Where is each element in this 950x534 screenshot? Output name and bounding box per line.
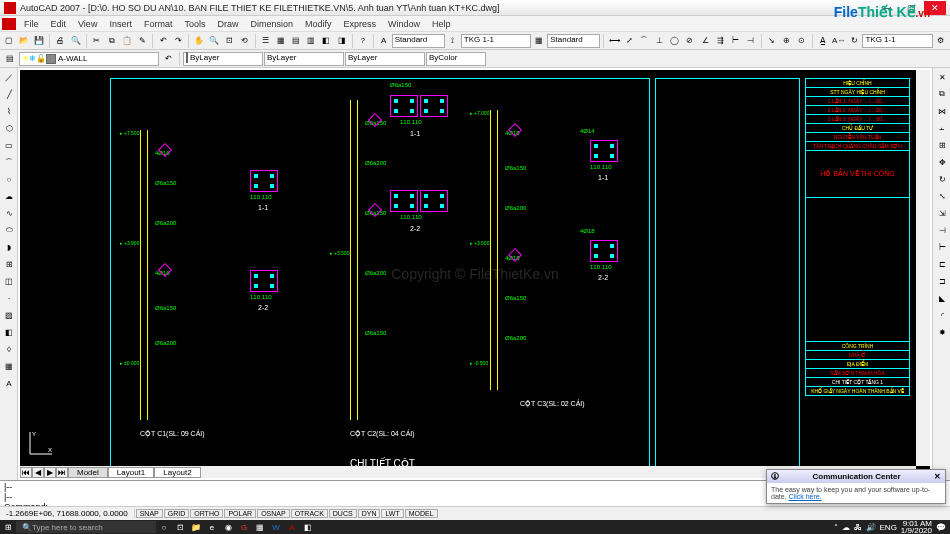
markup-button[interactable]: ◧ [319, 33, 333, 49]
grid-toggle[interactable]: GRID [164, 509, 190, 518]
plotstyle-combo[interactable]: ByColor [426, 52, 486, 66]
scale-button[interactable]: ⤡ [934, 188, 950, 204]
table-style-combo[interactable]: Standard [547, 34, 600, 48]
chamfer-button[interactable]: ◣ [934, 290, 950, 306]
polar-toggle[interactable]: POLAR [224, 509, 256, 518]
dyn-toggle[interactable]: DYN [358, 509, 381, 518]
popup-close-button[interactable]: ✕ [934, 472, 941, 481]
mtext-button[interactable]: A [1, 375, 17, 391]
cortana-icon[interactable]: ○ [156, 520, 172, 534]
app-menu-icon[interactable] [2, 18, 16, 30]
layer-combo[interactable]: ☀❄🔓 A-WALL [19, 52, 159, 66]
dim-rad-button[interactable]: ◯ [668, 33, 682, 49]
new-button[interactable]: ▢ [2, 33, 16, 49]
pline-button[interactable]: ⌇ [1, 103, 17, 119]
lwt-toggle[interactable]: LWT [381, 509, 403, 518]
app-icon-2[interactable]: ▦ [252, 520, 268, 534]
insert-button[interactable]: ⊞ [1, 256, 17, 272]
dim-dia-button[interactable]: ⊘ [683, 33, 697, 49]
menu-tools[interactable]: Tools [178, 19, 211, 29]
dim-style-combo-2[interactable]: TKG 1-1 [862, 34, 932, 48]
match-button[interactable]: ✎ [135, 33, 149, 49]
ellipse-button[interactable]: ⬭ [1, 222, 17, 238]
dim-ord-button[interactable]: ⊥ [652, 33, 666, 49]
tolerance-button[interactable]: ⊕ [780, 33, 794, 49]
point-button[interactable]: · [1, 290, 17, 306]
menu-express[interactable]: Express [338, 19, 383, 29]
table-button[interactable]: ▦ [1, 358, 17, 374]
menu-window[interactable]: Window [382, 19, 426, 29]
line-button[interactable]: ／ [1, 69, 17, 85]
plot-button[interactable]: 🖨 [53, 33, 67, 49]
dim-linear-button[interactable]: ⟷ [607, 33, 621, 49]
textstyle-icon[interactable]: A [377, 33, 391, 49]
polygon-button[interactable]: ⬡ [1, 120, 17, 136]
save-button[interactable]: 💾 [32, 33, 46, 49]
tray-date[interactable]: 1/9/2020 [901, 526, 932, 534]
array-button[interactable]: ⊞ [934, 137, 950, 153]
menu-format[interactable]: Format [138, 19, 179, 29]
menu-insert[interactable]: Insert [103, 19, 138, 29]
linetype-combo[interactable]: ByLayer [264, 52, 344, 66]
layer-prev-button[interactable]: ↶ [160, 51, 176, 67]
move-button[interactable]: ✥ [934, 154, 950, 170]
explode-button[interactable]: ✸ [934, 324, 950, 340]
stretch-button[interactable]: ⇲ [934, 205, 950, 221]
tab-layout2[interactable]: Layout2 [154, 467, 200, 478]
trim-button[interactable]: ⊣ [934, 222, 950, 238]
fillet-button[interactable]: ◜ [934, 307, 950, 323]
revcloud-button[interactable]: ☁ [1, 188, 17, 204]
zoom-window-button[interactable]: ⊡ [223, 33, 237, 49]
hatch-button[interactable]: ▨ [1, 307, 17, 323]
tp-button[interactable]: ▤ [289, 33, 303, 49]
tab-last-button[interactable]: ⏭ [56, 467, 68, 478]
menu-draw[interactable]: Draw [211, 19, 244, 29]
snap-toggle[interactable]: SNAP [136, 509, 163, 518]
zoom-button[interactable]: 🔍 [207, 33, 221, 49]
dim-ang-button[interactable]: ∠ [698, 33, 712, 49]
dim-override-button[interactable]: ⚙ [934, 33, 948, 49]
gradient-button[interactable]: ◧ [1, 324, 17, 340]
app-icon-3[interactable]: ◧ [300, 520, 316, 534]
chrome-icon[interactable]: ◉ [220, 520, 236, 534]
menu-edit[interactable]: Edit [45, 19, 73, 29]
offset-button[interactable]: ⫠ [934, 120, 950, 136]
tab-first-button[interactable]: ⏮ [20, 467, 32, 478]
otrack-toggle[interactable]: OTRACK [291, 509, 328, 518]
circle-button[interactable]: ○ [1, 171, 17, 187]
vertical-scrollbar[interactable] [916, 70, 930, 466]
tab-next-button[interactable]: ▶ [44, 467, 56, 478]
dimstyle-icon[interactable]: ⟟ [446, 33, 460, 49]
lineweight-combo[interactable]: ByLayer [345, 52, 425, 66]
taskbar-search[interactable]: 🔍 Type here to search [16, 521, 156, 533]
erase-button[interactable]: ✕ [934, 69, 950, 85]
copy-button[interactable]: ⧉ [105, 33, 119, 49]
help-button[interactable]: ? [356, 33, 370, 49]
menu-view[interactable]: View [72, 19, 103, 29]
menu-dimension[interactable]: Dimension [244, 19, 299, 29]
arc-button[interactable]: ⌒ [1, 154, 17, 170]
coordinates-display[interactable]: -1.2669E+06, 71688.0000, 0.0000 [0, 509, 135, 518]
dimedit-button[interactable]: A̲ [816, 33, 830, 49]
properties-button[interactable]: ☰ [259, 33, 273, 49]
break-button[interactable]: ⊏ [934, 256, 950, 272]
taskview-icon[interactable]: ⊡ [172, 520, 188, 534]
ortho-toggle[interactable]: ORTHO [190, 509, 223, 518]
rotate-button[interactable]: ↻ [934, 171, 950, 187]
qc-button[interactable]: ◨ [335, 33, 349, 49]
tablestyle-icon[interactable]: ▦ [532, 33, 546, 49]
center-button[interactable]: ⊙ [795, 33, 809, 49]
join-button[interactable]: ⊐ [934, 273, 950, 289]
tab-model[interactable]: Model [68, 467, 108, 478]
leader-button[interactable]: ↘ [764, 33, 778, 49]
layer-manager-button[interactable]: ▤ [2, 51, 18, 67]
block-button[interactable]: ◫ [1, 273, 17, 289]
extend-button[interactable]: ⊢ [934, 239, 950, 255]
tray-lang[interactable]: ENG [880, 523, 897, 532]
copy2-button[interactable]: ⧉ [934, 86, 950, 102]
open-button[interactable]: 📂 [17, 33, 31, 49]
dimupdate-button[interactable]: ↻ [847, 33, 861, 49]
preview-button[interactable]: 🔍 [69, 33, 83, 49]
rectangle-button[interactable]: ▭ [1, 137, 17, 153]
app-icon-1[interactable]: G [236, 520, 252, 534]
